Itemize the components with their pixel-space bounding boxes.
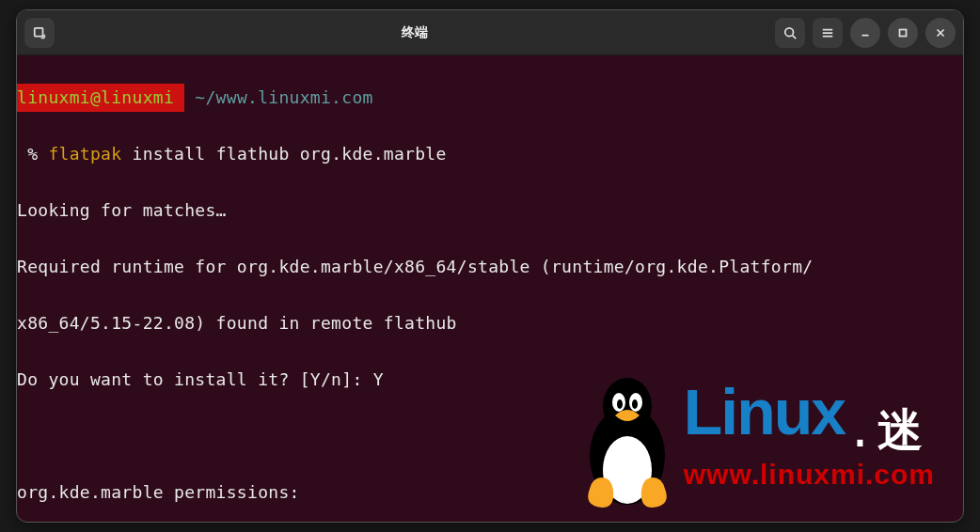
output-question: Do you want to install it? [Y/n]: xyxy=(17,369,373,389)
command-args: install flathub org.kde.marble xyxy=(133,144,447,164)
terminal-window: 终端 linuxmi@linuxmi ~/www.linuxmi.com % f… xyxy=(16,9,964,523)
perm-header: org.kde.marble permissions: xyxy=(17,478,963,507)
titlebar: 终端 xyxy=(17,10,963,55)
svg-point-3 xyxy=(785,27,794,36)
output-line: Required runtime for org.kde.marble/x86_… xyxy=(17,253,963,281)
window-title: 终端 xyxy=(402,24,428,41)
output-answer: Y xyxy=(373,369,384,389)
minimize-button[interactable] xyxy=(850,18,880,48)
search-button[interactable] xyxy=(775,18,805,48)
svg-rect-0 xyxy=(35,27,43,36)
menu-button[interactable] xyxy=(813,18,843,48)
maximize-button[interactable] xyxy=(888,18,918,48)
svg-rect-9 xyxy=(900,29,907,36)
close-button[interactable] xyxy=(925,18,956,48)
terminal-content[interactable]: linuxmi@linuxmi ~/www.linuxmi.com % flat… xyxy=(17,55,963,523)
prompt-path: ~/www.linuxmi.com xyxy=(195,87,372,107)
prompt-symbol: % xyxy=(27,144,38,164)
prompt-userhost: linuxmi@linuxmi xyxy=(17,87,174,107)
command-name: flatpak xyxy=(48,144,121,164)
svg-line-4 xyxy=(793,35,797,39)
output-line: x86_64/5.15-22.08) found in remote flath… xyxy=(17,309,963,337)
output-line: Looking for matches… xyxy=(17,196,963,225)
new-tab-button[interactable] xyxy=(24,18,55,48)
